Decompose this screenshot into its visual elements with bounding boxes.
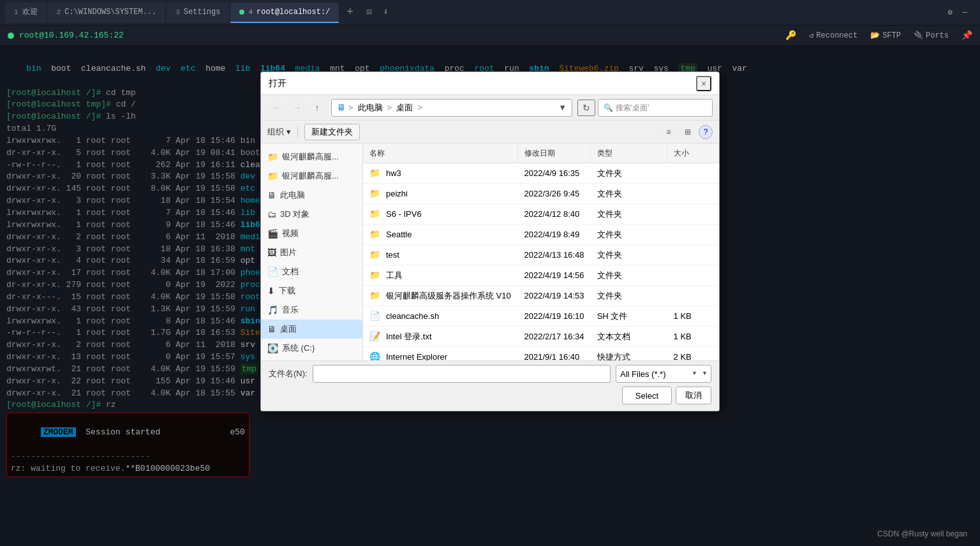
pin-icon[interactable]: 📌: [961, 30, 972, 41]
file-name-cell: 📝 Intel 登录.txt: [363, 327, 518, 347]
tab-1[interactable]: 1 欢迎: [5, 3, 47, 23]
table-row[interactable]: 📄 cleancache.sh 2022/4/19 16:10 SH 文件 1 …: [363, 306, 719, 327]
search-placeholder: 搜索'桌面': [616, 102, 650, 114]
file-name: test: [386, 249, 399, 262]
organize-menu[interactable]: 组织 ▾: [267, 126, 291, 138]
sidebar-desktop[interactable]: 🖥 桌面: [261, 320, 362, 339]
sidebar-label-documents: 文档: [282, 265, 299, 278]
path-segment-pc[interactable]: 此电脑: [356, 101, 385, 115]
file-date: 2022/4/19 14:56: [518, 265, 591, 286]
nav-search-box[interactable]: 🔍 搜索'桌面': [598, 99, 713, 117]
new-folder-button[interactable]: 新建文件夹: [304, 124, 360, 140]
file-name: Intel 登录.txt: [386, 330, 432, 343]
path-dropdown-arrow[interactable]: ▼: [558, 101, 567, 114]
table-row[interactable]: 📁 Seattle 2022/4/19 8:49 文件夹: [363, 225, 719, 245]
reconnect-button[interactable]: ↺ Reconnect: [809, 31, 858, 40]
file-name: peizhi: [386, 188, 408, 200]
table-row[interactable]: 📁 银河麒麟高级服务器操作系统 V10 2022/4/19 14:53 文件夹: [363, 286, 719, 306]
file-date: 2022/2/17 16:34: [518, 327, 591, 347]
sidebar-this-pc[interactable]: 🖥 此电脑: [261, 186, 362, 205]
nav-back-button[interactable]: ←: [267, 100, 285, 116]
file-date: 2022/4/19 16:10: [518, 306, 591, 327]
file-icon: 📁: [369, 207, 380, 221]
3d-icon: 🗂: [267, 208, 276, 221]
video-icon: 🎬: [267, 227, 278, 240]
file-list-panel: 名称 修改日期 类型 大小 📁 hw3 2022/4/9 16:35 文件夹: [363, 144, 719, 360]
view-grid-button[interactable]: ⊞: [679, 124, 696, 140]
file-name-cell: 📁 test: [363, 245, 518, 265]
title-bar-right: ⚙ ─: [948, 8, 975, 17]
footer-button-row: Select 取消: [269, 387, 711, 404]
table-row[interactable]: 📁 test 2022/4/13 16:48 文件夹: [363, 245, 719, 265]
sidebar-kylin-1[interactable]: 📁 银河麒麟高服...: [261, 147, 362, 166]
file-size: 1 KB: [667, 306, 719, 327]
dialog-footer: 文件名(N): All Files (*.*) ▼ Select 取消: [261, 360, 719, 411]
file-open-dialog: 打开 × ← → ↑ 🖥 > 此电脑 > 桌面 > ▼ ↻: [260, 71, 720, 411]
table-row[interactable]: 📁 hw3 2022/4/9 16:35 文件夹: [363, 163, 719, 184]
col-header-size[interactable]: 大小: [667, 144, 719, 163]
file-type: 文件夹: [591, 184, 667, 204]
search-icon: 🔍: [604, 102, 613, 114]
path-segment-desktop[interactable]: 桌面: [394, 101, 415, 115]
sidebar-video[interactable]: 🎬 视频: [261, 224, 362, 243]
sidebar-drive-c[interactable]: 💽 系统 (C:): [261, 339, 362, 358]
nav-refresh-button[interactable]: ↻: [577, 100, 595, 116]
file-size: [667, 286, 719, 306]
tab-download-button[interactable]: ⬇: [378, 3, 394, 23]
file-size: [667, 225, 719, 245]
file-date: 2022/3/26 9:45: [518, 184, 591, 204]
table-row[interactable]: 📁 工具 2022/4/19 14:56 文件夹: [363, 265, 719, 286]
filetype-select[interactable]: All Files (*.*): [616, 365, 711, 383]
sidebar-downloads[interactable]: ⬇ 下载: [261, 281, 362, 300]
table-row[interactable]: 📝 Intel 登录.txt 2022/2/17 16:34 文本文档 1 KB: [363, 327, 719, 347]
ports-button[interactable]: 🔌 Ports: [914, 31, 949, 40]
tab-layout-button[interactable]: ⊡: [361, 3, 376, 23]
filename-input[interactable]: [313, 365, 611, 383]
minimize-button[interactable]: ─: [963, 8, 967, 17]
dialog-toolbar: 组织 ▾ 新建文件夹 ≡ ⊞ ?: [261, 121, 719, 144]
file-icon: 📁: [369, 269, 380, 282]
sidebar-pictures[interactable]: 🖼 图片: [261, 243, 362, 262]
table-row[interactable]: 🌐 Internet Explorer 2021/9/1 16:40 快捷方式 …: [363, 347, 719, 361]
col-header-date[interactable]: 修改日期: [518, 144, 591, 163]
tab-4-number: 4: [248, 8, 253, 16]
dialog-close-button[interactable]: ×: [696, 76, 711, 91]
col-header-name[interactable]: 名称: [363, 144, 518, 163]
tab-2[interactable]: 2 C:\WINDOWS\SYSTEM...: [48, 3, 166, 23]
file-date: 2022/4/19 14:53: [518, 286, 591, 306]
sidebar-3d[interactable]: 🗂 3D 对象: [261, 205, 362, 224]
tab-4[interactable]: 4 root@localhost:/: [230, 3, 339, 23]
nav-up-button[interactable]: ↑: [308, 100, 326, 116]
tab-3[interactable]: 3 Settings: [167, 3, 229, 23]
sidebar-label-kylin2: 银河麒麟高服...: [282, 170, 339, 182]
sftp-button[interactable]: 📂 SFTP: [870, 31, 901, 40]
sidebar-documents[interactable]: 📄 文档: [261, 262, 362, 281]
footer-filename-row: 文件名(N): All Files (*.*) ▼: [269, 365, 711, 383]
file-date: 2022/4/9 16:35: [518, 163, 591, 184]
help-button[interactable]: ?: [699, 125, 713, 139]
sidebar-music[interactable]: 🎵 音乐: [261, 300, 362, 320]
nav-path-pc-icon: 🖥: [337, 101, 346, 114]
drive-icon: 💽: [267, 342, 278, 355]
settings-icon[interactable]: ⚙: [948, 8, 953, 17]
sidebar-kylin-2[interactable]: 📁 银河麒麟高服...: [261, 166, 362, 186]
file-icon: 📝: [369, 330, 380, 343]
sftp-icon: 📂: [870, 31, 880, 40]
col-header-type[interactable]: 类型: [591, 144, 667, 163]
new-tab-button[interactable]: +: [340, 3, 360, 23]
filename-label: 文件名(N):: [269, 367, 308, 380]
view-list-button[interactable]: ≡: [660, 124, 677, 140]
nav-forward-button[interactable]: →: [288, 100, 306, 116]
table-row[interactable]: 📁 peizhi 2022/3/26 9:45 文件夹: [363, 184, 719, 204]
file-table: 名称 修改日期 类型 大小 📁 hw3 2022/4/9 16:35 文件夹: [363, 144, 719, 360]
table-row[interactable]: 📁 S6 - IPV6 2022/4/12 8:40 文件夹: [363, 204, 719, 225]
file-table-header: 名称 修改日期 类型 大小: [363, 144, 719, 163]
connection-bar: root@10.169.42.165:22 🔑 ↺ Reconnect 📂 SF…: [0, 26, 980, 46]
cancel-button[interactable]: 取消: [676, 387, 711, 404]
file-name-cell: 📁 hw3: [363, 163, 518, 184]
terminal-area[interactable]: bin boot cleancache.sh dev etc home lib …: [0, 46, 980, 546]
sidebar-label-desktop: 桌面: [280, 323, 297, 336]
file-type: 文件夹: [591, 286, 667, 306]
file-date: 2022/4/12 8:40: [518, 204, 591, 225]
select-button[interactable]: Select: [622, 387, 672, 404]
